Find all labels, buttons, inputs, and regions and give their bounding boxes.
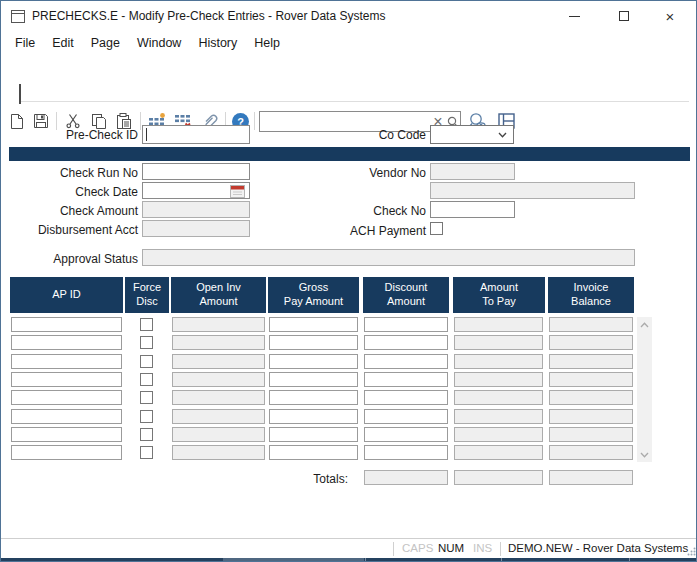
- discount-amount-input[interactable]: [364, 317, 448, 332]
- open-inv-amount-field: [172, 354, 265, 369]
- co-code-select[interactable]: [430, 125, 514, 144]
- invoice-balance-field: [549, 335, 633, 350]
- gross-pay-amount-input[interactable]: [269, 427, 358, 442]
- app-window: PRECHECKS.E - Modify Pre-Check Entries -…: [0, 0, 697, 562]
- grid-scrollbar[interactable]: [637, 317, 652, 462]
- grid-column-header: Amount To Pay: [453, 277, 545, 313]
- gross-pay-amount-input[interactable]: [269, 372, 358, 387]
- grid-column-header: Invoice Balance: [548, 277, 634, 313]
- amount-to-pay-field: [454, 317, 543, 332]
- check-date-label: Check Date: [21, 185, 138, 199]
- discount-amount-input[interactable]: [364, 372, 448, 387]
- save-icon: [33, 113, 49, 129]
- open-inv-amount-field: [172, 335, 265, 350]
- totals-label: Totals:: [248, 472, 348, 486]
- co-code-label: Co Code: [331, 128, 426, 142]
- menu-help[interactable]: Help: [254, 36, 280, 50]
- minimize-button[interactable]: [559, 1, 589, 31]
- menu-history[interactable]: History: [198, 36, 237, 50]
- amount-to-pay-field: [454, 354, 543, 369]
- chevron-down-icon: [640, 452, 649, 458]
- gross-pay-amount-input[interactable]: [269, 335, 358, 350]
- check-no-input[interactable]: [430, 201, 515, 218]
- ap-id-input[interactable]: [11, 372, 122, 387]
- open-inv-amount-field: [172, 372, 265, 387]
- force-disc-checkbox[interactable]: [140, 355, 153, 368]
- force-disc-checkbox[interactable]: [140, 410, 153, 423]
- ins-indicator: INS: [473, 542, 492, 554]
- group-divider: [21, 101, 689, 102]
- paste-icon: [116, 113, 132, 130]
- grid-column-header: AP ID: [10, 277, 123, 313]
- force-disc-checkbox[interactable]: [140, 428, 153, 441]
- calendar-picker-button[interactable]: [230, 184, 245, 198]
- force-disc-checkbox[interactable]: [140, 446, 153, 459]
- disbursement-acct-label: Disbursement Acct: [21, 223, 138, 237]
- ach-payment-checkbox[interactable]: [430, 222, 443, 235]
- gross-pay-amount-input[interactable]: [269, 409, 358, 424]
- ap-id-input[interactable]: [11, 354, 122, 369]
- force-disc-checkbox[interactable]: [140, 336, 153, 349]
- amount-to-pay-field: [454, 335, 543, 350]
- pre-check-id-label: Pre-Check ID: [21, 128, 138, 142]
- gross-pay-amount-input[interactable]: [269, 317, 358, 332]
- statusbar-separator: [500, 542, 501, 556]
- resize-grip[interactable]: [687, 546, 696, 558]
- approval-status-label: Approval Status: [21, 252, 138, 266]
- discount-amount-input[interactable]: [364, 390, 448, 405]
- force-disc-checkbox[interactable]: [140, 391, 153, 404]
- close-button[interactable]: ×: [655, 1, 685, 31]
- grid-column-header: Discount Amount: [363, 277, 449, 313]
- gross-pay-amount-input[interactable]: [269, 390, 358, 405]
- discount-amount-input[interactable]: [364, 409, 448, 424]
- window-title: PRECHECKS.E - Modify Pre-Check Entries -…: [32, 9, 385, 23]
- grid-column-header: Open Inv Amount: [171, 277, 266, 313]
- caps-indicator: CAPS: [402, 542, 433, 554]
- invoice-balance-field: [549, 390, 633, 405]
- taskbar-strip: [1, 558, 696, 562]
- menu-window[interactable]: Window: [137, 36, 181, 50]
- menu-page[interactable]: Page: [91, 36, 120, 50]
- title-bar[interactable]: PRECHECKS.E - Modify Pre-Check Entries -…: [1, 1, 696, 31]
- invoice-balance-field: [549, 354, 633, 369]
- discount-amount-input[interactable]: [364, 427, 448, 442]
- ap-id-input[interactable]: [11, 427, 122, 442]
- menu-bar: FileEditPageWindowHistoryHelp: [1, 31, 696, 55]
- discount-amount-input[interactable]: [364, 335, 448, 350]
- gross-pay-amount-input[interactable]: [269, 445, 358, 460]
- amount-to-pay-field: [454, 409, 543, 424]
- session-name: DEMO.NEW - Rover Data Systems: [508, 542, 688, 554]
- pre-check-id-input[interactable]: [142, 125, 250, 144]
- copy-icon: [91, 113, 107, 130]
- invoice-balance-field: [549, 427, 633, 442]
- force-disc-checkbox[interactable]: [140, 318, 153, 331]
- discount-amount-input[interactable]: [364, 354, 448, 369]
- scroll-down-button[interactable]: [637, 447, 652, 462]
- maximize-icon: [619, 11, 629, 21]
- check-run-no-input[interactable]: [142, 163, 250, 180]
- ap-id-input[interactable]: [11, 409, 122, 424]
- menu-edit[interactable]: Edit: [52, 36, 74, 50]
- taskbar-segment: [223, 558, 364, 562]
- discount-amount-input[interactable]: [364, 445, 448, 460]
- window-icon: [11, 9, 25, 27]
- maximize-button[interactable]: [609, 1, 639, 31]
- gross-pay-amount-input[interactable]: [269, 354, 358, 369]
- disbursement-acct-field: [142, 220, 250, 237]
- totals-amount-to-pay-field: [454, 470, 543, 485]
- grid-column-header: Force Disc: [125, 277, 169, 313]
- menu-file[interactable]: File: [15, 36, 35, 50]
- ap-id-input[interactable]: [11, 317, 122, 332]
- amount-to-pay-field: [454, 390, 543, 405]
- check-run-no-label: Check Run No: [21, 166, 138, 180]
- ap-id-input[interactable]: [11, 390, 122, 405]
- totals-discount-amount-field: [364, 470, 448, 485]
- toolbar: ? ×: [1, 55, 696, 83]
- check-no-label: Check No: [331, 204, 426, 218]
- scroll-up-button[interactable]: [637, 317, 652, 332]
- calendar-icon: [230, 184, 245, 198]
- vendor-no-field: [430, 163, 515, 180]
- ap-id-input[interactable]: [11, 445, 122, 460]
- ap-id-input[interactable]: [11, 335, 122, 350]
- force-disc-checkbox[interactable]: [140, 373, 153, 386]
